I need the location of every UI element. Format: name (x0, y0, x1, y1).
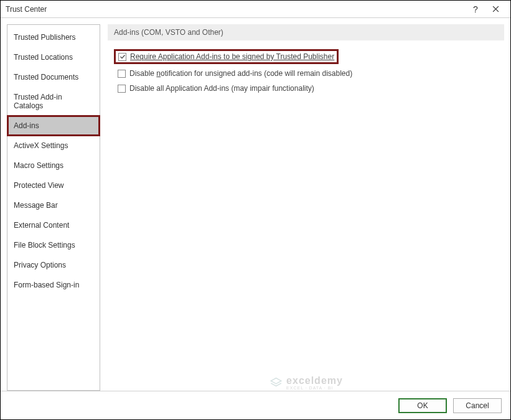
options-group: Require Application Add-ins to be signed… (108, 40, 504, 105)
sidebar-item-external-content[interactable]: External Content (7, 215, 100, 235)
sidebar-item-trusted-documents[interactable]: Trusted Documents (7, 67, 100, 87)
option-disable-all[interactable]: Disable all Application Add-ins (may imp… (114, 82, 498, 96)
sidebar-item-trusted-publishers[interactable]: Trusted Publishers (7, 27, 100, 47)
checkbox-require-signed[interactable] (118, 53, 126, 61)
sidebar-item-macro-settings[interactable]: Macro Settings (7, 156, 100, 175)
close-icon (492, 6, 499, 12)
help-button[interactable]: ? (466, 1, 485, 18)
sidebar: Trusted Publishers Trusted Locations Tru… (7, 24, 100, 391)
dialog-title: Trust Center (6, 5, 466, 14)
sidebar-item-message-bar[interactable]: Message Bar (7, 195, 100, 215)
sidebar-item-file-block-settings[interactable]: File Block Settings (7, 235, 100, 255)
cancel-button[interactable]: Cancel (453, 398, 502, 413)
sidebar-item-privacy-options[interactable]: Privacy Options (7, 255, 100, 275)
close-button[interactable] (485, 1, 505, 18)
option-disable-notification-label: Disable notification for unsigned add-in… (129, 69, 352, 78)
option-require-signed-label: Require Application Add-ins to be signed… (130, 52, 334, 61)
ok-button[interactable]: OK (398, 398, 447, 413)
check-icon (120, 54, 126, 60)
watermark: exceldemy EXCEL · DATA · BI (269, 375, 343, 391)
option-disable-notification[interactable]: Disable notification for unsigned add-in… (114, 67, 498, 82)
dialog-footer: OK Cancel (1, 391, 510, 419)
sidebar-item-protected-view[interactable]: Protected View (7, 175, 100, 195)
sidebar-item-trusted-addin-catalogs[interactable]: Trusted Add-in Catalogs (7, 87, 100, 116)
checkbox-disable-all[interactable] (118, 85, 126, 93)
titlebar: Trust Center ? (1, 1, 510, 18)
dialog-body: Trusted Publishers Trusted Locations Tru… (1, 18, 510, 391)
watermark-logo-icon (269, 375, 283, 391)
option-disable-all-label: Disable all Application Add-ins (may imp… (129, 84, 314, 93)
sidebar-item-form-based-sign-in[interactable]: Form-based Sign-in (7, 275, 100, 295)
section-header: Add-ins (COM, VSTO and Other) (108, 24, 504, 40)
sidebar-item-activex-settings[interactable]: ActiveX Settings (7, 136, 100, 156)
checkbox-disable-notification[interactable] (118, 70, 126, 78)
option-require-signed[interactable]: Require Application Add-ins to be signed… (114, 49, 339, 64)
main-panel: Add-ins (COM, VSTO and Other) Require Ap… (108, 24, 504, 391)
trust-center-dialog: Trust Center ? Trusted Publishers Truste… (0, 0, 511, 420)
watermark-text: exceldemy EXCEL · DATA · BI (286, 376, 343, 390)
sidebar-item-add-ins[interactable]: Add-ins (7, 115, 100, 136)
sidebar-item-trusted-locations[interactable]: Trusted Locations (7, 47, 100, 67)
